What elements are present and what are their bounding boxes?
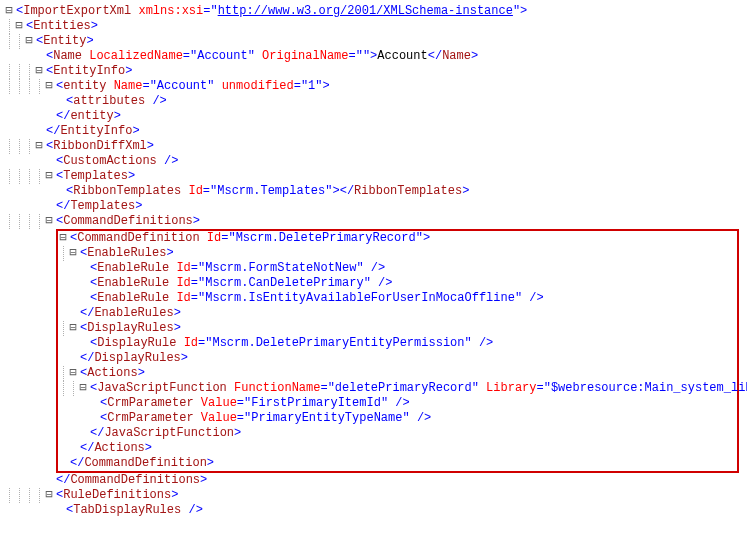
code-line: <EnableRule Id="Mscrm.IsEntityAvailableF…: [58, 291, 737, 306]
fold-toggle[interactable]: ⊟: [44, 214, 54, 229]
xsi-namespace-link[interactable]: http://www.w3.org/2001/XMLSchema-instanc…: [218, 4, 513, 18]
code-line: <attributes />: [4, 94, 743, 109]
code-line: ⊟ <Actions>: [58, 366, 737, 381]
code-line: </DisplayRules>: [58, 351, 737, 366]
code-line: ⊟ <Entity>: [4, 34, 743, 49]
fold-toggle[interactable]: ⊟: [4, 4, 14, 19]
code-line: </entity>: [4, 109, 743, 124]
fold-toggle[interactable]: ⊟: [44, 79, 54, 94]
code-line: <Name LocalizedName="Account" OriginalNa…: [4, 49, 743, 64]
code-line: ⊟ <EnableRules>: [58, 246, 737, 261]
code-line: ⊟ <EntityInfo>: [4, 64, 743, 79]
code-line: <CrmParameter Value="PrimaryEntityTypeNa…: [58, 411, 737, 426]
code-line: ⊟ <Entities>: [4, 19, 743, 34]
fold-toggle[interactable]: ⊟: [34, 64, 44, 79]
code-line: ⊟ <RibbonDiffXml>: [4, 139, 743, 154]
fold-toggle[interactable]: ⊟: [44, 169, 54, 184]
code-line: ⊟ <CommandDefinitions>: [4, 214, 743, 229]
code-line: ⊟ <ImportExportXml xmlns:xsi="http://www…: [4, 4, 743, 19]
code-line: ⊟ <JavaScriptFunction FunctionName="dele…: [58, 381, 737, 396]
fold-toggle[interactable]: ⊟: [58, 231, 68, 246]
xml-code-block: ⊟ <ImportExportXml xmlns:xsi="http://www…: [4, 4, 743, 518]
code-line: <RibbonTemplates Id="Mscrm.Templates"></…: [4, 184, 743, 199]
code-line: <TabDisplayRules />: [4, 503, 743, 518]
code-line: </EntityInfo>: [4, 124, 743, 139]
code-line: <CustomActions />: [4, 154, 743, 169]
fold-toggle[interactable]: ⊟: [44, 488, 54, 503]
highlighted-xml-block: ⊟ <CommandDefinition Id="Mscrm.DeletePri…: [56, 229, 739, 473]
fold-toggle[interactable]: ⊟: [68, 366, 78, 381]
code-line: </Templates>: [4, 199, 743, 214]
code-line: ⊟ <DisplayRules>: [58, 321, 737, 336]
code-line: </JavaScriptFunction>: [58, 426, 737, 441]
code-line: <CrmParameter Value="FirstPrimaryItemId"…: [58, 396, 737, 411]
code-line: <EnableRule Id="Mscrm.CanDeletePrimary" …: [58, 276, 737, 291]
code-line: </EnableRules>: [58, 306, 737, 321]
code-line: ⊟ <RuleDefinitions>: [4, 488, 743, 503]
code-line: <DisplayRule Id="Mscrm.DeletePrimaryEnti…: [58, 336, 737, 351]
code-line: ⊟ <Templates>: [4, 169, 743, 184]
fold-toggle[interactable]: ⊟: [14, 19, 24, 34]
fold-toggle[interactable]: ⊟: [34, 139, 44, 154]
code-line: </CommandDefinition>: [58, 456, 737, 471]
fold-toggle[interactable]: ⊟: [24, 34, 34, 49]
code-line: ⊟ <entity Name="Account" unmodified="1">: [4, 79, 743, 94]
code-line: </Actions>: [58, 441, 737, 456]
code-line: <EnableRule Id="Mscrm.FormStateNotNew" /…: [58, 261, 737, 276]
fold-toggle[interactable]: ⊟: [78, 381, 88, 396]
fold-toggle[interactable]: ⊟: [68, 321, 78, 336]
code-line: ⊟ <CommandDefinition Id="Mscrm.DeletePri…: [58, 231, 737, 246]
fold-toggle[interactable]: ⊟: [68, 246, 78, 261]
code-line: </CommandDefinitions>: [4, 473, 743, 488]
